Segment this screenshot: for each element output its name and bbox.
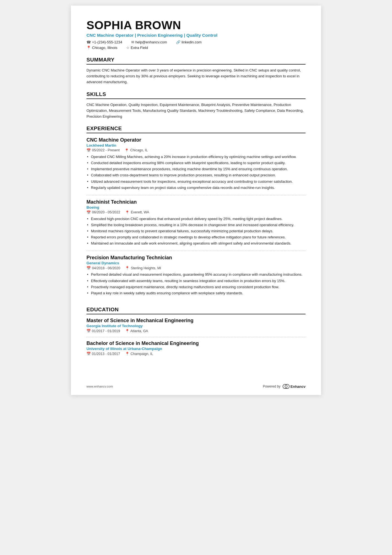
bullet-1-1: Simplified the tooling breakdown process… <box>86 222 306 228</box>
job-dates-1: 📅 06/2020 - 05/2022 <box>86 210 120 214</box>
edu-block-0: Master of Science in Mechanical Engineer… <box>86 318 306 337</box>
footer-website: www.enhancv.com <box>86 385 113 388</box>
edu-school-0: Georgia Institute of Technology <box>86 324 306 328</box>
bullet-2-0: Performed detailed visual and measuremen… <box>86 272 306 277</box>
calendar-icon-0: 📅 <box>86 148 91 152</box>
powered-by-label: Powered by <box>263 384 280 388</box>
company-name-0: Lockheed Martin <box>86 143 306 147</box>
company-name-2: General Dynamics <box>86 261 306 265</box>
summary-section: SUMMARY Dynamic CNC Machine Operator wit… <box>86 57 306 85</box>
job-location-1: 📍 Everett, WA <box>125 210 149 214</box>
calendar-icon-1: 📅 <box>86 210 91 214</box>
job-dates-0: 📅 05/2022 - Present <box>86 148 120 152</box>
bullet-0-4: Utilized advanced measurement tools for … <box>86 179 306 184</box>
linkedin-icon: 🔗 <box>176 40 180 44</box>
edu-cal-icon-1: 📅 <box>86 352 91 356</box>
job-meta-1: 📅 06/2020 - 05/2022 📍 Everett, WA <box>86 210 306 214</box>
phone-icon: ☎ <box>86 40 91 44</box>
edu-block-1: Bachelor of Science in Mechanical Engine… <box>86 341 306 360</box>
edu-school-1: University of Illinois at Urbana-Champai… <box>86 347 306 351</box>
job-dates-2: 📅 04/2018 - 06/2020 <box>86 266 120 270</box>
bullet-2-3: Played a key role in weekly safety audit… <box>86 290 306 296</box>
job-location-0: 📍 Chicago, IL <box>125 148 148 152</box>
email-icon: ✉ <box>131 40 134 44</box>
header: SOPHIA BROWN CNC Machine Operator | Prec… <box>86 19 306 51</box>
contact-row-1: ☎ +1-(234)-555-1234 ✉ help@enhancv.com 🔗… <box>86 40 306 45</box>
bullet-0-3: Collaborated with cross-department teams… <box>86 172 306 178</box>
job-bullets-0: Operated CNC Milling Machines, achieving… <box>86 154 306 191</box>
edu-meta-1: 📅 01/2013 - 01/2017 📍 Champaign, IL <box>86 352 306 356</box>
linkedin-value: linkedin.com <box>182 40 202 44</box>
bullet-1-3: Reported errors promptly and collaborate… <box>86 235 306 240</box>
job-title-2: Precision Manufacturing Technician <box>86 255 306 261</box>
bullet-0-1: Conducted detailed inspections ensuring … <box>86 160 306 166</box>
job-title-0: CNC Machine Operator <box>86 137 306 143</box>
summary-title: SUMMARY <box>86 57 306 65</box>
footer-brand: Powered by Enhancv <box>263 384 306 389</box>
bullet-0-5: Regularly updated supervisory team on pr… <box>86 185 306 191</box>
enhancv-logo: Enhancv <box>282 384 306 389</box>
location-icon-2: 📍 <box>125 266 130 270</box>
edu-location-0: 📍 Atlanta, GA <box>125 329 148 333</box>
skills-title: SKILLS <box>86 91 306 99</box>
edu-dates-0: 📅 01/2017 - 01/2019 <box>86 329 120 333</box>
candidate-name: SOPHIA BROWN <box>86 19 306 32</box>
skills-section: SKILLS CNC Machine Operation, Quality In… <box>86 91 306 119</box>
job-block-1: Machinist Technician Boeing 📅 06/2020 - … <box>86 199 306 251</box>
experience-title: EXPERIENCE <box>86 125 306 133</box>
bullet-0-2: Implemented preventive maintenance proce… <box>86 166 306 172</box>
bullet-2-2: Proactively managed equipment maintenanc… <box>86 284 306 290</box>
education-title: EDUCATION <box>86 307 306 314</box>
extra-value: Extra Field <box>131 46 148 50</box>
company-name-1: Boeing <box>86 205 306 209</box>
contact-row-2: 📍 Chicago, Illinois ☆ Extra Field <box>86 46 306 51</box>
location-contact: 📍 Chicago, Illinois <box>86 46 117 50</box>
enhancv-brand-name: Enhancv <box>291 384 306 389</box>
location-icon-1: 📍 <box>125 210 130 214</box>
skills-text: CNC Machine Operation, Quality Inspectio… <box>86 102 306 119</box>
education-section: EDUCATION Master of Science in Mechanica… <box>86 307 306 360</box>
experience-section: EXPERIENCE CNC Machine Operator Lockheed… <box>86 125 306 300</box>
bullet-2-1: Effectively collaborated with assembly t… <box>86 278 306 284</box>
edu-degree-1: Bachelor of Science in Mechanical Engine… <box>86 341 306 346</box>
phone-contact: ☎ +1-(234)-555-1234 <box>86 40 122 44</box>
edu-cal-icon-0: 📅 <box>86 329 91 333</box>
location-icon-0: 📍 <box>125 148 129 152</box>
linkedin-contact: 🔗 linkedin.com <box>176 40 202 44</box>
bullet-1-2: Monitored machines rigorously to prevent… <box>86 228 306 234</box>
edu-meta-0: 📅 01/2017 - 01/2019 📍 Atlanta, GA <box>86 329 306 333</box>
edu-loc-icon-0: 📍 <box>125 329 130 333</box>
job-meta-0: 📅 05/2022 - Present 📍 Chicago, IL <box>86 148 306 152</box>
location-value: Chicago, Illinois <box>92 46 117 50</box>
resume-page: SOPHIA BROWN CNC Machine Operator | Prec… <box>71 6 321 395</box>
job-block-0: CNC Machine Operator Lockheed Martin 📅 0… <box>86 137 306 195</box>
job-location-2: 📍 Sterling Heights, MI <box>125 266 161 270</box>
candidate-title: CNC Machine Operator | Precision Enginee… <box>86 33 306 38</box>
bullet-1-4: Maintained an immaculate and safe work e… <box>86 241 306 246</box>
job-block-2: Precision Manufacturing Technician Gener… <box>86 255 306 300</box>
summary-text: Dynamic CNC Machine Operator with over 3… <box>86 67 306 85</box>
edu-dates-1: 📅 01/2013 - 01/2017 <box>86 352 120 356</box>
job-meta-2: 📅 04/2018 - 06/2020 📍 Sterling Heights, … <box>86 266 306 270</box>
edu-location-1: 📍 Champaign, IL <box>125 352 153 356</box>
location-icon: 📍 <box>86 46 91 50</box>
calendar-icon-2: 📅 <box>86 266 91 270</box>
footer: www.enhancv.com Powered by Enhancv <box>86 384 306 389</box>
bullet-1-0: Executed high-precision CNC operations t… <box>86 216 306 222</box>
bullet-0-0: Operated CNC Milling Machines, achieving… <box>86 154 306 160</box>
enhancv-logo-icon <box>282 384 290 389</box>
job-title-1: Machinist Technician <box>86 199 306 205</box>
edu-loc-icon-1: 📍 <box>125 352 130 356</box>
email-contact: ✉ help@enhancv.com <box>131 40 167 44</box>
job-bullets-2: Performed detailed visual and measuremen… <box>86 272 306 296</box>
star-icon: ☆ <box>126 46 130 50</box>
job-bullets-1: Executed high-precision CNC operations t… <box>86 216 306 246</box>
phone-value: +1-(234)-555-1234 <box>92 40 122 44</box>
edu-degree-0: Master of Science in Mechanical Engineer… <box>86 318 306 324</box>
email-value: help@enhancv.com <box>135 40 167 44</box>
extra-contact: ☆ Extra Field <box>126 46 148 50</box>
